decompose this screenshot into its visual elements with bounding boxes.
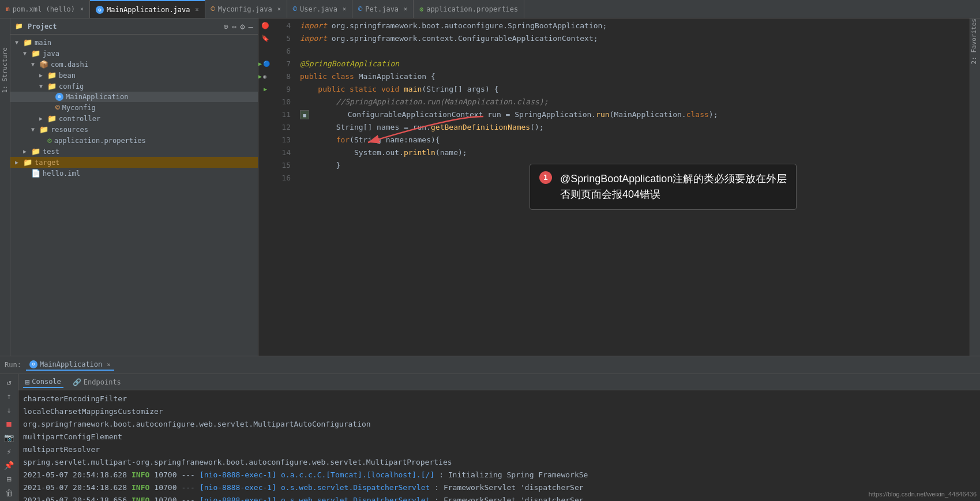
tree-arrow-bean: ▶ xyxy=(39,72,47,78)
gutter-11 xyxy=(258,108,272,121)
tab-user[interactable]: © User.java × xyxy=(287,0,352,18)
tooltip-line1: @SpringBootApplication注解的类必须要放在外层 xyxy=(560,171,787,187)
console-output: characterEncodingFilter localeCharsetMap… xyxy=(18,390,980,501)
tab-props[interactable]: ⚙ application.properties xyxy=(414,0,524,18)
run-tab-close[interactable]: × xyxy=(107,361,111,368)
tooltip-text: @SpringBootApplication注解的类必须要放在外层 否则页面会报… xyxy=(560,171,787,202)
folder-icon-main: 📁 xyxy=(23,38,32,47)
tree-item-config[interactable]: ▼ 📁 config xyxy=(10,81,258,92)
run-gutter-7[interactable]: ▶ xyxy=(258,58,262,70)
java-icon-myconfig: © xyxy=(55,103,60,112)
tab-user-label: User.java xyxy=(300,5,337,13)
tree-item-controller[interactable]: ▶ 📁 controller xyxy=(10,113,258,124)
settings-icon[interactable]: ⚙ xyxy=(240,22,245,31)
console-tabs: ▤ Console 🔗 Endpoints xyxy=(18,374,980,390)
tab-pom[interactable]: m pom.xml (hello) × xyxy=(0,0,90,18)
tree-label-bean: bean xyxy=(59,71,76,80)
tree-arrow-controller: ▶ xyxy=(39,115,47,122)
gutter-12 xyxy=(258,121,272,134)
log-level-1: INFO xyxy=(132,469,149,481)
linenum-14: 14 xyxy=(272,146,291,159)
code-line-7: @SpringBootApplication xyxy=(300,58,970,70)
gutter-5: 🔖 xyxy=(258,32,272,45)
tab-main[interactable]: ⚙ MainApplication.java × xyxy=(90,0,205,18)
linenum-6: 6 xyxy=(272,45,291,58)
locate-icon[interactable]: ⊕ xyxy=(223,22,228,31)
layout-btn[interactable]: ⚡ xyxy=(3,447,16,456)
log-thread-1: [nio-8888-exec-1] xyxy=(200,469,276,481)
main-tab-icon: ⚙ xyxy=(96,6,104,14)
console-log-line-2: 2021-05-07 20:54:18.628 INFO 10700 --- [… xyxy=(23,481,975,494)
collapse-icon[interactable]: ⇔ xyxy=(232,22,236,31)
console-icon: ▤ xyxy=(25,378,29,386)
code-line-12: String[] names = run.getBeanDefinitionNa… xyxy=(300,121,970,134)
tree-item-helloiml[interactable]: ▶ 📄 hello.iml xyxy=(10,168,258,179)
console-text-3: org.springframework.boot.autoconfigure.w… xyxy=(23,418,371,431)
folder-icon-comdashi: 📦 xyxy=(39,60,48,69)
file-tree: ▼ 📁 main ▼ 📁 java ▼ 📦 com.dashi ▶ xyxy=(10,35,258,356)
tree-item-mainapplication[interactable]: ▶ ⚙ MainApplication xyxy=(10,92,258,102)
linenum-16: 16 xyxy=(272,172,291,184)
tree-item-target[interactable]: ▶ 📁 target xyxy=(10,157,258,168)
tree-item-myconfig[interactable]: ▶ © Myconfig xyxy=(10,102,258,113)
tab-pet[interactable]: © Pet.java × xyxy=(352,0,414,18)
console-text-5: multipartResolver xyxy=(23,443,100,456)
scroll-down-btn[interactable]: ↓ xyxy=(3,405,16,415)
folder-icon-controller: 📁 xyxy=(47,114,57,123)
tab-main-close[interactable]: × xyxy=(196,6,199,13)
tree-label-comdashi: com.dashi xyxy=(51,61,88,69)
code-line-11: ■ ConfigurableApplicationContext run = S… xyxy=(300,108,970,121)
linenum-8: 8 xyxy=(272,70,291,83)
tab-myconfig-close[interactable]: × xyxy=(277,6,281,12)
console-text-6: spring.servlet.multipart-org.springframe… xyxy=(23,456,452,469)
tree-item-appprops[interactable]: ▶ ⚙ application.properties xyxy=(10,135,258,146)
tab-user-close[interactable]: × xyxy=(343,6,346,12)
stop-btn[interactable]: ■ xyxy=(3,419,16,428)
tab-pom-close[interactable]: × xyxy=(80,6,84,12)
console-tab-console[interactable]: ▤ Console xyxy=(23,376,63,388)
bean-gutter-7: 🔵 xyxy=(263,58,270,70)
tab-pet-close[interactable]: × xyxy=(404,6,407,12)
restart-btn[interactable]: ↺ xyxy=(3,378,16,387)
console-tab-endpoints[interactable]: 🔗 Endpoints xyxy=(70,377,123,387)
scroll-up-btn[interactable]: ↑ xyxy=(3,391,16,401)
log-date-2: 2021-05-07 20:54:18.628 xyxy=(23,481,127,494)
linenum-9: 9 xyxy=(272,83,291,96)
tab-myconfig[interactable]: © Myconfig.java × xyxy=(205,0,287,18)
folder-icon-bean: 📁 xyxy=(47,71,57,80)
tree-item-resources[interactable]: ▼ 📁 resources xyxy=(10,124,258,135)
tree-label-mainapplication: MainApplication xyxy=(66,93,128,101)
tree-label-appprops: application.properties xyxy=(54,137,146,145)
console-log-line-1: 2021-05-07 20:54:18.628 INFO 10700 --- [… xyxy=(23,469,975,481)
myconfig-tab-icon: © xyxy=(211,5,215,13)
tree-item-test[interactable]: ▶ 📁 test xyxy=(10,146,258,157)
log-msg-2: : FrameworkServlet 'dispatcherSer xyxy=(434,481,583,494)
run-gutter-8[interactable]: ▶ xyxy=(258,70,262,83)
tree-item-java[interactable]: ▼ 📁 java xyxy=(10,48,258,59)
run-tab-main[interactable]: ⚙ MainApplication × xyxy=(26,359,114,371)
structure-label: 1: Structure xyxy=(1,47,9,93)
tab-pet-label: Pet.java xyxy=(365,5,399,13)
tree-item-comdashi[interactable]: ▼ 📦 com.dashi xyxy=(10,59,258,70)
console-area: ↺ ↑ ↓ ■ 📷 ⚡ 📌 ⊞ 🗑 ★ ▤ Console 🔗 Endpoint… xyxy=(0,374,980,501)
minimize-icon[interactable]: — xyxy=(249,22,253,31)
console-text-2: localeCharsetMappingsCustomizer xyxy=(23,405,163,418)
tab-bar: m pom.xml (hello) × ⚙ MainApplication.ja… xyxy=(0,0,980,18)
tree-item-bean[interactable]: ▶ 📁 bean xyxy=(10,70,258,81)
sidebar-toolbar: ⊕ ⇔ ⚙ — xyxy=(223,22,253,31)
tab-main-label: MainApplication.java xyxy=(107,6,190,14)
gutter-6 xyxy=(258,45,272,58)
export-btn[interactable]: ⊞ xyxy=(3,474,16,484)
bean-gutter-8: ◉ xyxy=(263,70,266,83)
trash-btn[interactable]: 🗑 xyxy=(3,488,16,498)
props-icon-appprops: ⚙ xyxy=(47,136,52,145)
code-line-10: //SpringApplication.run(MainApplication.… xyxy=(300,96,970,108)
tree-label-target: target xyxy=(35,159,59,167)
gutter-14 xyxy=(258,146,272,159)
endpoints-tab-label: Endpoints xyxy=(84,378,121,386)
screenshot-btn[interactable]: 📷 xyxy=(3,433,16,442)
console-line-1: characterEncodingFilter xyxy=(23,393,975,405)
tree-label-config: config xyxy=(59,82,84,91)
pin-btn[interactable]: 📌 xyxy=(3,461,16,470)
tree-item-main[interactable]: ▼ 📁 main xyxy=(10,37,258,48)
